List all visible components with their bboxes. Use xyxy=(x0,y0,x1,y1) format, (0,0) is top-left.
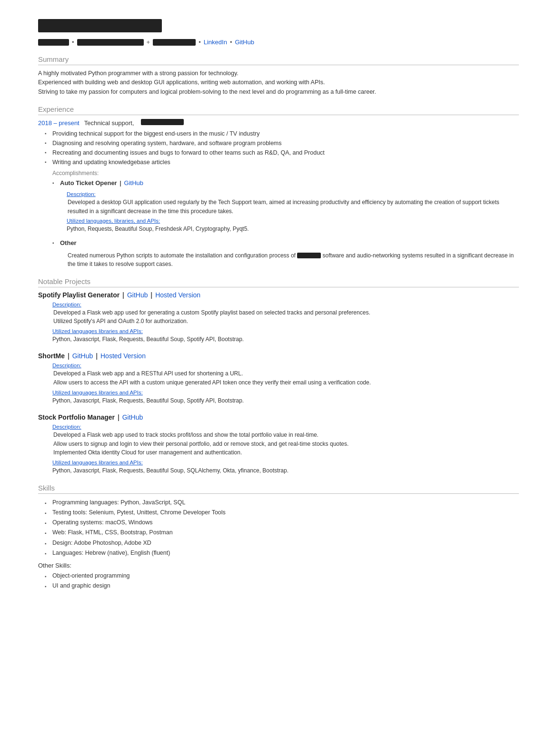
desc-label: Description: xyxy=(67,191,519,197)
skill-item-testing: Testing tools: Selenium, Pytest, Unittes… xyxy=(52,508,519,518)
bullet-item: Providing technical support for the bigg… xyxy=(52,129,519,138)
accomplishment-bullets-2: Other xyxy=(52,238,519,248)
accomplishment-title-item: Auto Ticket Opener | GitHub xyxy=(60,178,519,188)
project-stock-desc: Description: Developed a Flask web app u… xyxy=(38,424,519,475)
project-spotify-title: Spotify Playlist Generator | GitHub | Ho… xyxy=(38,291,519,299)
bullet-item: Diagnosing and resolving operating syste… xyxy=(52,138,519,148)
projects-section: Notable Projects Spotify Playlist Genera… xyxy=(38,277,519,475)
exp-date: 2018 – present xyxy=(38,119,80,127)
bullet-item: Writing and updating knowledgebase artic… xyxy=(52,157,519,167)
desc-text: Developed a desktop GUI application used… xyxy=(67,198,519,216)
other-desc-text: Created numerous Python scripts to autom… xyxy=(67,251,519,269)
project-spotify: Spotify Playlist Generator | GitHub | Ho… xyxy=(38,291,519,344)
project-shortme: ShortMe | GitHub | Hosted Version Descri… xyxy=(38,352,519,405)
accomplishment-other-item: Other xyxy=(60,238,519,248)
accomplishment-bullets: Auto Ticket Opener | GitHub xyxy=(52,178,519,188)
skill-item-os: Operating systems: macOS, Windows xyxy=(52,518,519,528)
project-spotify-hosted[interactable]: Hosted Version xyxy=(155,291,200,299)
other-skill-oop: Object-oriented programming xyxy=(52,571,519,581)
name-section xyxy=(38,19,519,34)
github-link[interactable]: GitHub xyxy=(235,39,254,46)
other-skills-label: Other Skills: xyxy=(38,562,519,569)
project-stock: Stock Portfolio Manager | GitHub Descrip… xyxy=(38,413,519,475)
project-shortme-desc: Description: Developed a Flask web app a… xyxy=(38,363,519,405)
skills-section: Skills Programming languages: Python, Ja… xyxy=(38,484,519,591)
spotify-desc-label: Description: xyxy=(52,302,519,307)
project-shortme-github[interactable]: GitHub xyxy=(72,352,93,360)
skills-header: Skills xyxy=(38,484,519,494)
exp-bullets: Providing technical support for the bigg… xyxy=(38,129,519,167)
experience-header: Experience xyxy=(38,105,519,115)
phone-redacted xyxy=(38,39,69,46)
spotify-lang-label: Utilized languages libraries and APIs: xyxy=(52,328,519,334)
spotify-desc-text: Developed a Flask web app used for gener… xyxy=(52,308,519,326)
shortme-lang-label: Utilized languages libraries and APIs: xyxy=(52,390,519,395)
skill-item-programming: Programming languages: Python, JavaScrip… xyxy=(52,498,519,508)
accomplishment-title: Auto Ticket Opener | GitHub xyxy=(60,179,143,187)
stock-lang-text: Python, Javascript, Flask, Requests, Bea… xyxy=(52,466,519,475)
shortme-lang-text: Python, Javascript, Flask, Requests, Bea… xyxy=(52,396,519,405)
skills-list: Programming languages: Python, JavaScrip… xyxy=(38,498,519,559)
name-redacted xyxy=(38,19,162,32)
bullet-item: Recreating and documenting issues and bu… xyxy=(52,148,519,157)
email-redacted xyxy=(77,39,144,46)
project-stock-title: Stock Portfolio Manager | GitHub xyxy=(38,413,519,421)
spotify-lang-text: Python, Javascript, Flask, Requests, Bea… xyxy=(52,335,519,344)
project-spotify-desc: Description: Developed a Flask web app u… xyxy=(38,302,519,344)
lang-label: Utilized languages, libraries, and APIs: xyxy=(67,218,519,224)
project-shortme-hosted[interactable]: Hosted Version xyxy=(100,352,146,360)
stock-desc-text: Developed a Flask web app used to track … xyxy=(52,431,519,457)
shortme-desc-label: Description: xyxy=(52,363,519,368)
phone2-redacted xyxy=(153,39,196,46)
summary-section: Summary A highly motivated Python progra… xyxy=(38,55,519,97)
shortme-desc-text: Developed a Flask web app and a RESTful … xyxy=(52,369,519,387)
stock-desc-label: Description: xyxy=(52,424,519,430)
projects-header: Notable Projects xyxy=(38,277,519,287)
skill-item-web: Web: Flask, HTML, CSS, Bootstrap, Postma… xyxy=(52,528,519,538)
stock-lang-label: Utilized languages libraries and APIs: xyxy=(52,460,519,465)
accomplishment-other-title: Other xyxy=(60,239,77,246)
summary-text: A highly motivated Python programmer wit… xyxy=(38,69,519,97)
linkedin-link[interactable]: LinkedIn xyxy=(204,39,227,46)
accomplishment-github-link[interactable]: GitHub xyxy=(124,179,143,187)
contact-line: • + • LinkedIn • GitHub xyxy=(38,39,519,46)
exp-title-line: 2018 – present Technical support, xyxy=(38,119,519,127)
skill-item-design: Design: Adobe Photoshop, Adobe XD xyxy=(52,538,519,548)
project-stock-github[interactable]: GitHub xyxy=(122,413,143,421)
accomplishment-auto-ticket: Auto Ticket Opener | GitHub Description:… xyxy=(38,178,519,234)
experience-section: Experience 2018 – present Technical supp… xyxy=(38,105,519,269)
exp-role: Technical support, xyxy=(84,119,134,127)
other-skill-ui: UI and graphic design xyxy=(52,581,519,591)
accomplishment-other: Other Created numerous Python scripts to… xyxy=(38,238,519,269)
company-redacted-inline xyxy=(297,253,321,258)
lang-text: Python, Requests, Beautiful Soup, Freshd… xyxy=(67,225,519,234)
project-spotify-github[interactable]: GitHub xyxy=(127,291,148,299)
summary-header: Summary xyxy=(38,55,519,65)
skill-item-languages: Languages: Hebrew (native), English (flu… xyxy=(52,548,519,558)
other-skills-list: Object-oriented programming UI and graph… xyxy=(38,571,519,591)
accomplishments-label: Accomplishments: xyxy=(38,170,519,177)
exp-company-redacted xyxy=(141,119,184,125)
project-shortme-title: ShortMe | GitHub | Hosted Version xyxy=(38,352,519,360)
experience-entry: 2018 – present Technical support, Provid… xyxy=(38,119,519,269)
